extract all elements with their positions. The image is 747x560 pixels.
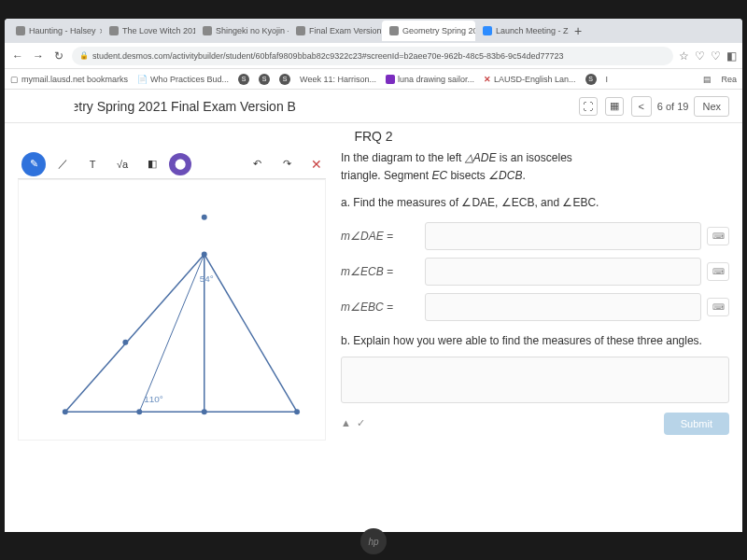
calc-icon[interactable]: ▦ bbox=[605, 97, 624, 116]
explain-input[interactable] bbox=[341, 357, 729, 403]
tab-1[interactable]: The Love Witch 2016 F...× bbox=[102, 21, 195, 41]
tab-label: Haunting - Halsey bbox=[29, 26, 96, 35]
keyboard-icon[interactable]: ⌨ bbox=[707, 298, 729, 316]
tab-label: The Love Witch 2016 F... bbox=[122, 26, 195, 35]
keyboard-icon[interactable]: ⌨ bbox=[707, 262, 729, 281]
favicon bbox=[203, 26, 212, 35]
favicon bbox=[16, 26, 25, 35]
diagram-canvas[interactable]: 54° 110° bbox=[18, 179, 326, 441]
tab-2[interactable]: Shingeki no Kyojin - B...× bbox=[195, 21, 289, 41]
check-icon[interactable]: ✓ bbox=[357, 417, 365, 429]
color-tool[interactable]: ⬤ bbox=[169, 153, 191, 175]
svg-point-9 bbox=[294, 409, 300, 414]
bookmark-label: Who Practices Bud... bbox=[150, 75, 229, 84]
ans-label-ecb: m∠ECB = bbox=[341, 265, 425, 278]
reading-list-icon[interactable]: ▤ bbox=[703, 75, 712, 84]
page-indicator: 6 of 19 bbox=[657, 101, 689, 112]
url-field[interactable]: 🔒 student.desmos.com/activitybuilder/stu… bbox=[72, 47, 673, 65]
svg-point-7 bbox=[136, 409, 142, 414]
hp-logo: hp bbox=[360, 528, 387, 554]
bookmark-label: I bbox=[606, 75, 609, 84]
bookmark-item[interactable]: luna drawing sailor... bbox=[386, 75, 474, 84]
folder-icon: ▢ bbox=[10, 75, 19, 84]
doc-icon: 📄 bbox=[137, 75, 148, 84]
svg-line-2 bbox=[204, 254, 297, 412]
tab-5[interactable]: Launch Meeting - Zoom× bbox=[475, 21, 569, 41]
tab-label: Shingeki no Kyojin - B... bbox=[216, 26, 289, 35]
angle-54: 54° bbox=[200, 273, 214, 284]
bookmark-item[interactable]: ▢mymail.lausd.net bookmarks bbox=[10, 75, 128, 84]
image-icon[interactable]: ▲ bbox=[341, 417, 351, 429]
submit-button[interactable]: Submit bbox=[664, 413, 729, 435]
bookmark-item[interactable]: Week 11: Harrison... bbox=[300, 75, 376, 84]
yahoo-icon bbox=[386, 75, 395, 84]
eraser-tool[interactable]: ◧ bbox=[139, 152, 165, 176]
star-icon[interactable]: ☆ bbox=[679, 49, 689, 63]
ans-label-dae: m∠DAE = bbox=[341, 230, 425, 243]
svg-point-10 bbox=[202, 251, 207, 257]
undo-button[interactable]: ↶ bbox=[244, 152, 270, 176]
prompt-text: In the diagram to the left △ADE is an is… bbox=[341, 149, 729, 185]
svg-line-5 bbox=[139, 254, 204, 412]
svg-point-6 bbox=[63, 409, 68, 414]
svg-point-0 bbox=[202, 215, 207, 220]
bookmark-item[interactable]: S bbox=[585, 74, 597, 85]
ans-input-ebc[interactable] bbox=[425, 293, 701, 321]
question-panel: In the diagram to the left △ADE is an is… bbox=[341, 149, 729, 441]
bookmark-item[interactable]: 📄Who Practices Bud... bbox=[137, 75, 229, 84]
redaction-overlay bbox=[9, 99, 75, 116]
bookmark-item[interactable]: S bbox=[238, 74, 249, 85]
pen-tool[interactable]: ✎ bbox=[21, 152, 46, 176]
favicon bbox=[389, 26, 399, 35]
url-text: student.desmos.com/activitybuilder/stude… bbox=[92, 51, 564, 61]
svg-point-11 bbox=[122, 340, 128, 345]
redo-button[interactable]: ↷ bbox=[274, 152, 300, 176]
course-title: Geometry Spring 2021 Final Exam Version … bbox=[35, 99, 296, 114]
bookmark-label: mymail.lausd.net bookmarks bbox=[21, 75, 128, 84]
ans-input-dae[interactable] bbox=[425, 222, 701, 250]
expand-icon[interactable]: ⛶ bbox=[579, 97, 598, 116]
favicon bbox=[296, 26, 305, 35]
ext-icon[interactable]: ◧ bbox=[726, 49, 737, 63]
lock-icon: 🔒 bbox=[79, 51, 89, 60]
forward-button[interactable]: → bbox=[31, 49, 46, 63]
reload-button[interactable]: ↻ bbox=[51, 49, 66, 63]
tab-label: Geometry Spring 2021 bbox=[402, 26, 475, 35]
back-button[interactable]: ← bbox=[10, 49, 25, 63]
bookmark-label: Week 11: Harrison... bbox=[300, 75, 376, 84]
bookmark-item[interactable]: S bbox=[259, 74, 270, 85]
bookmarks-bar: ▢mymail.lausd.net bookmarks 📄Who Practic… bbox=[5, 69, 742, 90]
next-page-button[interactable]: Nex bbox=[694, 96, 729, 117]
new-tab-button[interactable]: + bbox=[569, 23, 587, 38]
heart-icon[interactable]: ♡ bbox=[695, 49, 705, 63]
line-tool[interactable]: ／ bbox=[49, 152, 76, 176]
part-b-text: b. Explain how you were able to find the… bbox=[341, 332, 729, 349]
tab-4[interactable]: Geometry Spring 2021× bbox=[382, 21, 475, 41]
tab-label: Final Exam Version B | bbox=[309, 26, 382, 35]
activity-header: ≡ Geometry Spring 2021 Final Exam Versio… bbox=[5, 90, 742, 123]
text-tool[interactable]: T bbox=[79, 152, 106, 176]
keyboard-icon[interactable]: ⌨ bbox=[707, 227, 729, 245]
canvas-toolbar: ✎ ／ T √a ◧ ⬤ ↶ ↷ ✕ bbox=[18, 149, 326, 179]
reading-list-label: Rea bbox=[721, 75, 737, 84]
svg-point-8 bbox=[202, 409, 207, 414]
address-bar: ← → ↻ 🔒 student.desmos.com/activitybuild… bbox=[5, 43, 742, 69]
angle-110: 110° bbox=[144, 394, 163, 404]
favicon bbox=[109, 26, 119, 35]
tab-label: Launch Meeting - Zoom bbox=[496, 26, 569, 35]
frq-title: FRQ 2 bbox=[5, 123, 742, 149]
bookmark-item[interactable]: ✕LAUSD-English Lan... bbox=[484, 75, 576, 84]
tab-3[interactable]: Final Exam Version B |× bbox=[289, 21, 382, 41]
svg-line-1 bbox=[65, 254, 204, 412]
ans-input-ecb[interactable] bbox=[425, 258, 701, 286]
prev-page-button[interactable]: < bbox=[631, 96, 652, 117]
tab-0[interactable]: Haunting - Halsey× bbox=[8, 21, 102, 41]
bookmark-label: luna drawing sailor... bbox=[398, 75, 474, 84]
math-tool[interactable]: √a bbox=[109, 152, 135, 176]
ans-label-ebc: m∠EBC = bbox=[341, 301, 425, 314]
favicon bbox=[483, 26, 492, 35]
x-icon: ✕ bbox=[484, 75, 491, 84]
clear-button[interactable]: ✕ bbox=[311, 157, 322, 172]
heart-icon-2[interactable]: ♡ bbox=[711, 49, 721, 63]
bookmark-item[interactable]: S bbox=[279, 74, 290, 85]
